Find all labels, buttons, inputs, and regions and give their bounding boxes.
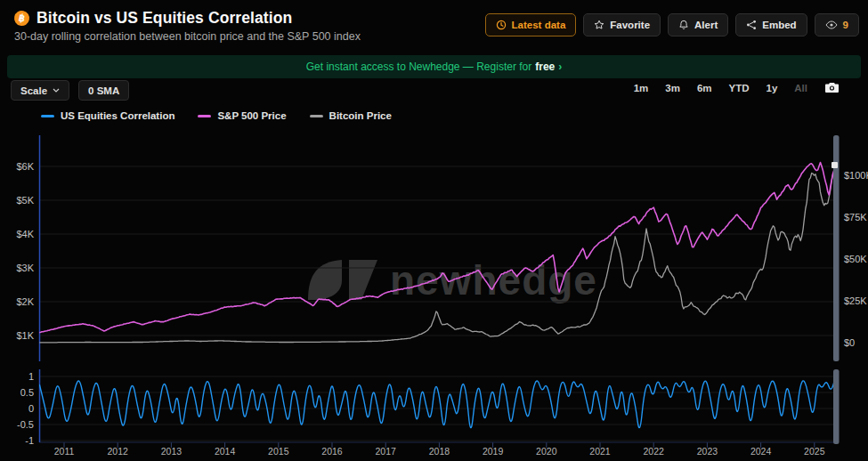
svg-text:-1: -1	[25, 435, 34, 446]
svg-text:2022: 2022	[644, 446, 665, 457]
svg-text:1: 1	[28, 371, 34, 382]
svg-text:$50K: $50K	[844, 254, 867, 264]
svg-text:$1K: $1K	[16, 330, 34, 341]
svg-text:2012: 2012	[108, 446, 129, 457]
svg-text:2023: 2023	[697, 446, 718, 457]
svg-text:-0.5: -0.5	[17, 419, 34, 430]
svg-text:2025: 2025	[804, 446, 825, 457]
svg-text:0: 0	[28, 403, 34, 414]
sp500-price-line	[39, 163, 835, 333]
right-axis-labels: $0$25K$50K$75K$100K	[844, 170, 868, 348]
svg-text:$0: $0	[844, 337, 855, 348]
bitcoin-last-price-marker	[831, 162, 838, 168]
svg-text:2014: 2014	[215, 446, 236, 457]
app-window: ฿ Bitcoin vs US Equities Correlation 30-…	[0, 0, 868, 461]
main-gridlines	[39, 166, 835, 336]
correlation-chart-scrollbar[interactable]	[833, 369, 840, 444]
svg-text:0.5: 0.5	[20, 387, 34, 398]
svg-text:2019: 2019	[483, 446, 504, 457]
svg-text:$75K: $75K	[844, 212, 867, 222]
svg-text:$25K: $25K	[844, 295, 867, 306]
svg-text:2016: 2016	[321, 446, 343, 457]
x-axis-labels: 2011201220132014201520162017201820192020…	[39, 442, 835, 457]
svg-text:2021: 2021	[589, 446, 611, 457]
svg-text:2024: 2024	[750, 446, 772, 457]
svg-text:$6K: $6K	[16, 161, 34, 172]
main-chart-scrollbar[interactable]	[833, 135, 840, 361]
svg-text:$5K: $5K	[16, 195, 34, 206]
svg-text:2015: 2015	[268, 446, 289, 457]
correlation-line	[39, 378, 835, 428]
svg-text:2013: 2013	[161, 446, 183, 457]
left-axis-labels: $1K$2K$3K$4K$5K$6K	[16, 161, 34, 341]
price-correlation-chart[interactable]: $1K$2K$3K$4K$5K$6K$0$25K$50K$75K$100K10.…	[0, 0, 868, 461]
svg-text:2020: 2020	[536, 446, 557, 457]
svg-text:$3K: $3K	[16, 263, 34, 273]
svg-text:2018: 2018	[429, 446, 450, 457]
bitcoin-price-line	[39, 167, 835, 343]
svg-text:$4K: $4K	[16, 229, 34, 239]
correlation-axis-labels: 10.50-0.5-1	[17, 371, 34, 446]
svg-text:$2K: $2K	[16, 296, 34, 307]
svg-text:2011: 2011	[54, 446, 75, 457]
svg-text:$100K: $100K	[844, 170, 868, 181]
svg-text:2017: 2017	[376, 446, 397, 457]
